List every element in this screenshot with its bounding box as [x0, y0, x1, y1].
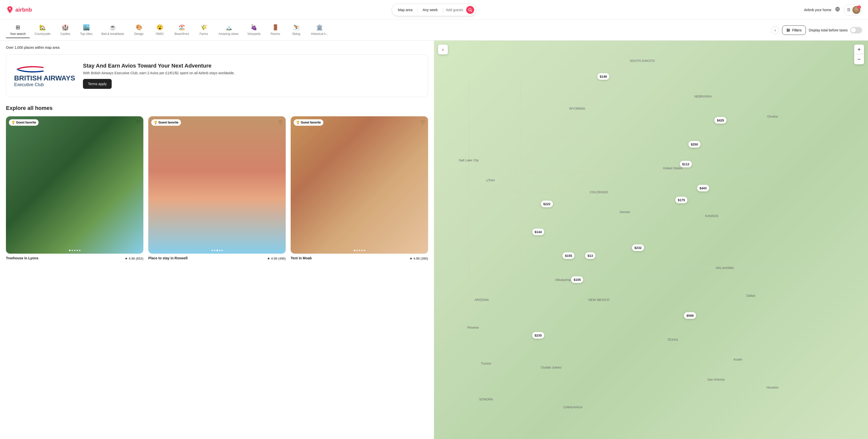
dot-0: [354, 250, 355, 251]
dot-3: [361, 250, 363, 251]
guest-favorite-badge-listing-2: 🏆 Guest favorite: [151, 119, 181, 126]
map-panel: ‹ + − SOUTH DAKOTAWYOMINGNEBRASKAOmahaUT…: [434, 40, 868, 439]
explore-title: Explore all homes: [6, 105, 428, 112]
search-guests: Add guests: [446, 8, 463, 12]
display-total-toggle[interactable]: [850, 27, 862, 33]
category-item-top-cities[interactable]: 🏙️ Top cities: [76, 22, 97, 38]
category-item-beachfront[interactable]: 🏖️ Beachfront: [170, 22, 193, 38]
guest-favorite-badge-listing-1: 🏆 Guest favorite: [9, 119, 39, 126]
listing-rating-listing-1: ★ 4.96 (652): [125, 257, 143, 260]
terms-apply-button[interactable]: Terms apply: [83, 79, 112, 89]
listing-info-listing-1: Treehouse in Lyons ★ 4.96 (652): [6, 256, 143, 260]
map-zoom-in-button[interactable]: +: [854, 44, 864, 55]
pin-149[interactable]: $149: [597, 73, 609, 80]
wishlist-button-listing-1[interactable]: ♡: [136, 119, 141, 125]
listing-card-listing-1[interactable]: 🏆 Guest favorite ♡ Treehouse in Lyons ★ …: [6, 116, 143, 260]
pin-599[interactable]: $599: [684, 312, 696, 319]
map-label-0: SOUTH DAKOTA: [630, 59, 655, 62]
category-item-vineyards[interactable]: 🍇 Vineyards: [243, 22, 265, 38]
listing-name-listing-2: Place to stay in Roswell: [148, 256, 188, 260]
category-icon-beachfront: 🏖️: [179, 24, 185, 31]
category-item-rooms[interactable]: 🚪 Rooms: [266, 22, 285, 38]
category-label-beachfront: Beachfront: [175, 32, 189, 36]
star-icon-listing-1: ★: [125, 257, 128, 260]
category-items-list: ⊞ Your search 🏡 Countryside 🏰 Castles 🏙️…: [6, 22, 770, 38]
star-icon-listing-2: ★: [267, 257, 270, 260]
category-item-design[interactable]: 🎨 Design: [129, 22, 149, 38]
globe-icon[interactable]: [835, 7, 840, 12]
category-item-skiing[interactable]: ⛷️ Skiing: [286, 22, 306, 38]
category-item-countryside[interactable]: 🏡 Countryside: [31, 22, 55, 38]
user-menu[interactable]: ☰ 1: [844, 4, 862, 15]
pin-222[interactable]: $222: [541, 201, 553, 208]
map-label-3: Omaha: [767, 114, 778, 118]
dot-3: [76, 250, 78, 251]
category-label-amazing-views: Amazing views: [219, 32, 239, 36]
pin-235[interactable]: $235: [532, 332, 544, 339]
category-item-amazing-views[interactable]: 🏔️ Amazing views: [215, 22, 242, 38]
map-label-14: Phoenix: [467, 326, 479, 330]
pin-232[interactable]: $232: [632, 245, 644, 251]
category-icon-countryside: 🏡: [39, 24, 46, 31]
pin-443[interactable]: $443: [697, 185, 709, 191]
map-zoom-out-button[interactable]: −: [854, 55, 864, 64]
promo-description: With British Airways Executive Club, ear…: [83, 71, 420, 75]
category-label-historical: Historical h...: [311, 32, 328, 36]
search-button[interactable]: [466, 6, 474, 14]
map-label-15: Tucson: [481, 362, 491, 365]
pin-112[interactable]: $112: [680, 161, 692, 167]
listing-card-listing-3[interactable]: 🏆 Guest favorite ♡ Tent in Moab ★ 4.98 (…: [291, 116, 428, 260]
pin-144[interactable]: $144: [532, 228, 544, 235]
pin-425[interactable]: $425: [714, 117, 726, 124]
promo-content: Stay And Earn Avios Toward Your Next Adv…: [83, 63, 420, 89]
logo[interactable]: airbnb: [6, 6, 36, 14]
category-icon-farms: 🌾: [200, 24, 207, 31]
airbnb-your-home-link[interactable]: Airbnb your home: [804, 8, 831, 12]
category-item-historical[interactable]: 🏛️ Historical h...: [307, 22, 332, 38]
map-label-8: Salt Lake City: [459, 158, 478, 162]
map-collapse-button[interactable]: ‹: [438, 44, 448, 55]
svg-point-10: [787, 29, 788, 30]
search-divider-1: [417, 7, 418, 13]
ba-brand-sub: Executive Club: [14, 82, 44, 87]
filters-label: Filters: [792, 28, 802, 32]
ba-brand-name: BRITISH AIRWAYS: [14, 74, 75, 83]
category-icon-vineyards: 🍇: [251, 24, 257, 31]
notification-badge: 1: [857, 5, 861, 9]
pin-105[interactable]: $105: [571, 276, 583, 283]
search-bar[interactable]: Map area Any week Add guests: [392, 4, 476, 16]
display-total-container: Display total before taxes: [809, 27, 862, 33]
category-item-farms[interactable]: 🌾 Farms: [194, 22, 214, 38]
category-icon-castles: 🏰: [62, 24, 69, 31]
category-item-bed-breakfasts[interactable]: ☕ Bed & breakfasts: [97, 22, 128, 38]
listing-card-listing-2[interactable]: 🏆 Guest favorite ♡ Place to stay in Rosw…: [148, 116, 286, 260]
map-label-13: Albuquerque: [555, 278, 574, 282]
listing-info-listing-3: Tent in Moab ★ 4.98 (390): [291, 256, 428, 260]
map-label-7: United States: [663, 166, 682, 170]
pin-250[interactable]: $250: [688, 141, 701, 148]
map-background: ‹ + − SOUTH DAKOTAWYOMINGNEBRASKAOmahaUT…: [434, 40, 868, 439]
promo-banner: BRITISH AIRWAYS Executive Club Stay And …: [6, 55, 428, 97]
category-icon-skiing: ⛷️: [293, 24, 300, 31]
ba-logo-svg: [14, 64, 46, 74]
pin-155[interactable]: $155: [562, 252, 575, 259]
trophy-icon-listing-3: 🏆: [296, 121, 300, 124]
category-item-your-search[interactable]: ⊞ Your search: [6, 22, 30, 38]
category-icon-bed-breakfasts: ☕: [110, 24, 116, 31]
listing-name-listing-1: Treehouse in Lyons: [6, 256, 38, 260]
pin-175[interactable]: $175: [675, 197, 687, 203]
dot-1: [71, 250, 73, 251]
pin-13[interactable]: $13: [585, 252, 595, 259]
wishlist-button-listing-3[interactable]: ♡: [421, 119, 425, 125]
category-scroll-right[interactable]: ›: [771, 26, 779, 34]
search-dates: Any week: [421, 8, 440, 12]
category-item-omg[interactable]: 😮 OMG!: [150, 22, 169, 38]
filters-button[interactable]: Filters: [782, 26, 806, 35]
toggle-knob: [851, 28, 856, 33]
header: airbnb Map area Any week Add guests Airb…: [0, 0, 868, 20]
category-item-castles[interactable]: 🏰 Castles: [56, 22, 75, 38]
category-icon-amazing-views: 🏔️: [225, 24, 232, 31]
wishlist-button-listing-2[interactable]: ♡: [278, 119, 283, 125]
category-icon-historical: 🏛️: [316, 24, 323, 31]
dot-4: [79, 250, 81, 251]
